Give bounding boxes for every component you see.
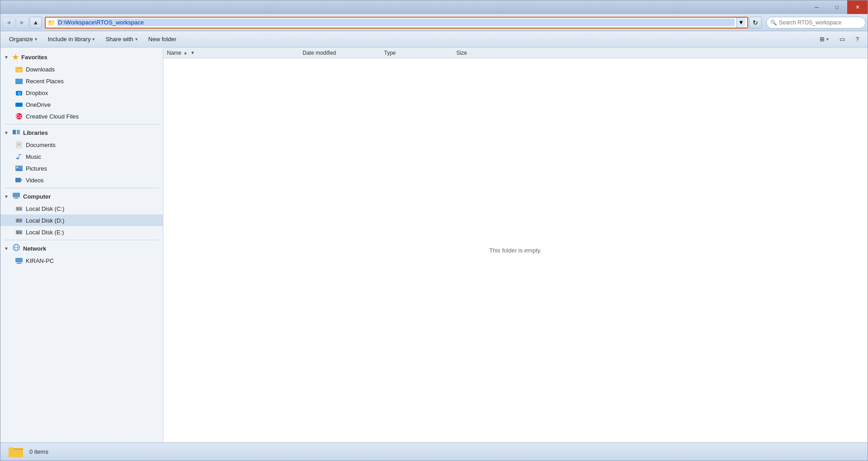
search-input[interactable] [779,19,862,26]
local-disk-d-label: Local Disk (D:) [26,217,64,224]
dropbox-icon: ◇ [15,89,23,97]
share-with-button[interactable]: Share with ▾ [100,33,142,46]
local-disk-e-label: Local Disk (E:) [26,229,64,236]
column-type-label: Type [384,50,396,56]
computer-header[interactable]: ▼ Computer [0,190,163,203]
svg-rect-3 [17,69,21,71]
recent-places-label: Recent Places [26,78,64,85]
address-folder-icon: 📁 [47,19,55,26]
svg-rect-19 [19,154,22,155]
videos-label: Videos [26,177,44,184]
svg-rect-42 [16,263,22,264]
address-bar[interactable]: 📁 D:\Workspace\RTOS_workspace ▼ [45,17,748,29]
sidebar-item-documents[interactable]: Documents [0,139,163,151]
dropbox-label: Dropbox [26,90,48,96]
kiran-pc-icon [15,257,23,265]
status-folder-icon-container [8,444,24,460]
file-content: This folder is empty. [163,58,868,442]
favorites-label: Favorites [21,54,47,61]
column-type[interactable]: Type [384,50,456,56]
svg-rect-23 [15,178,21,182]
column-name[interactable]: Name ▲ ▼ [167,50,303,56]
column-date-modified[interactable]: Date modified [303,50,384,56]
sidebar-item-dropbox[interactable]: ◇ Dropbox [0,87,163,99]
svg-rect-5 [15,79,18,80]
preview-icon: ▭ [840,36,845,43]
svg-point-21 [16,166,18,168]
organize-button[interactable]: Organize ▾ [4,33,42,46]
sidebar: ▼ ★ Favorites Downloads [0,48,163,442]
column-name-label: Name [167,50,181,56]
close-button[interactable]: ✕ [847,0,868,14]
svg-rect-35 [17,231,19,233]
svg-marker-24 [21,179,23,181]
documents-label: Documents [26,142,56,148]
libraries-header[interactable]: ▼ Libraries [0,126,163,139]
minimize-button[interactable]: ─ [806,0,827,14]
svg-rect-45 [9,447,14,450]
svg-point-33 [20,220,22,222]
new-folder-label: New folder [148,36,176,43]
favorites-expand-icon: ▼ [4,55,9,60]
libraries-expand-icon: ▼ [4,130,9,135]
file-area: Name ▲ ▼ Date modified Type Size This fo… [163,48,868,442]
preview-pane-button[interactable]: ▭ [835,33,850,46]
include-in-library-button[interactable]: Include in library ▾ [43,33,100,46]
sidebar-item-local-disk-c[interactable]: Local Disk (C:) [0,203,163,214]
status-bar: 0 items [0,442,868,461]
sidebar-item-local-disk-d[interactable]: Local Disk (D:) [0,214,163,226]
forward-button[interactable]: ► [16,17,28,29]
navigation-bar: ◄ ► ▲ 📁 D:\Workspace\RTOS_workspace ▼ ↻ … [0,14,868,31]
sidebar-item-kiran-pc[interactable]: KIRAN-PC [0,255,163,266]
new-folder-button[interactable]: New folder [143,33,181,46]
libraries-label: Libraries [23,129,48,136]
status-item-count: 0 items [29,448,48,455]
svg-text:◇: ◇ [17,91,21,95]
column-header: Name ▲ ▼ Date modified Type Size [163,48,868,58]
organize-dropdown-icon: ▾ [35,37,37,42]
title-bar: ─ □ ✕ [0,0,868,14]
address-dropdown[interactable]: ▼ [736,18,745,28]
explorer-window: ─ □ ✕ ◄ ► ▲ 📁 D:\Workspace\RTOS_workspac… [0,0,868,461]
svg-point-36 [20,232,22,233]
svg-point-17 [16,157,19,159]
svg-rect-11 [13,130,16,134]
column-name-dropdown-icon[interactable]: ▼ [190,50,195,55]
music-label: Music [26,153,41,160]
divider-2 [4,188,159,188]
refresh-button[interactable]: ↻ [749,17,762,29]
svg-rect-8 [15,103,23,107]
recent-places-icon [15,77,23,85]
sidebar-item-downloads[interactable]: Downloads [0,63,163,75]
column-size[interactable]: Size [456,50,502,56]
network-expand-icon: ▼ [4,246,9,251]
local-disk-c-icon [15,204,23,213]
favorites-header[interactable]: ▼ ★ Favorites [0,51,163,63]
sidebar-item-creative-cloud[interactable]: Cc Creative Cloud Files [0,110,163,122]
sidebar-item-onedrive[interactable]: OneDrive [0,99,163,110]
local-disk-d-icon [15,216,23,224]
svg-rect-27 [14,198,19,199]
network-header[interactable]: ▼ Network [0,242,163,255]
include-library-dropdown-icon: ▾ [92,37,95,42]
documents-icon [15,141,23,149]
empty-folder-message: This folder is empty. [489,247,541,254]
network-label: Network [23,245,46,252]
view-options-button[interactable]: ⊞ ▾ [815,33,834,46]
favorites-section: ▼ ★ Favorites Downloads [0,51,163,122]
column-date-label: Date modified [303,50,336,56]
address-bar-container: 📁 D:\Workspace\RTOS_workspace ▼ ↻ [45,17,762,29]
up-button[interactable]: ▲ [29,17,42,29]
sidebar-item-pictures[interactable]: Pictures [0,162,163,174]
help-button[interactable]: ? [851,33,864,46]
share-with-dropdown-icon: ▾ [135,37,138,42]
sidebar-item-local-disk-e[interactable]: Local Disk (E:) [0,226,163,238]
music-icon [15,152,23,161]
search-bar[interactable]: 🔍 [766,17,866,29]
sidebar-item-videos[interactable]: Videos [0,174,163,186]
back-button[interactable]: ◄ [2,17,15,29]
sidebar-item-music[interactable]: Music [0,151,163,162]
maximize-button[interactable]: □ [827,0,847,14]
network-icon [12,244,20,253]
sidebar-item-recent-places[interactable]: Recent Places [0,75,163,87]
